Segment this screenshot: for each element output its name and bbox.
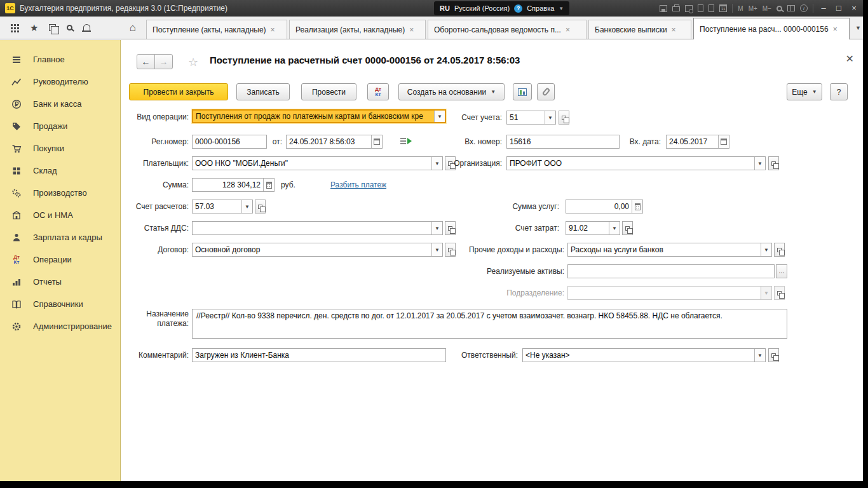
operation-type-combobox[interactable]: Поступления от продаж по платежным карта… <box>192 109 446 123</box>
close-tab-icon[interactable]: × <box>566 25 570 34</box>
settlement-account-combobox[interactable]: 57.03 ▼ <box>192 200 253 214</box>
help-label[interactable]: Справка <box>527 4 554 12</box>
tab-realizaciya-akty[interactable]: Реализация (акты, накладные) × <box>289 20 426 39</box>
sidebar-item-otchety[interactable]: Отчеты <box>0 271 120 293</box>
organization-combobox[interactable]: ПРОФИТ ООО ▼ <box>506 156 766 170</box>
dropdown-button[interactable]: ▼ <box>545 111 555 124</box>
language-name[interactable]: Русский (Россия) <box>454 4 510 12</box>
expense-account-combobox[interactable]: 91.02 ▼ <box>566 221 620 235</box>
show-postings-button[interactable]: ДтКт <box>367 83 389 100</box>
cash-flow-item-combobox[interactable]: ▼ <box>192 221 443 235</box>
sidebar-item-bank-i-kassa[interactable]: Банк и касса <box>0 93 120 115</box>
maximize-button[interactable]: □ <box>834 1 844 16</box>
calendar-button[interactable] <box>718 135 729 148</box>
sidebar-item-pokupki[interactable]: Покупки <box>0 137 120 159</box>
help-circle-icon[interactable]: ? <box>514 4 522 13</box>
open-settlement-account-button[interactable] <box>255 200 266 214</box>
service-amount-input[interactable]: 0,00 <box>566 200 643 214</box>
close-tab-icon[interactable]: × <box>409 25 414 34</box>
info-icon[interactable]: i <box>800 4 808 12</box>
comment-input[interactable]: Загружен из Клиент-Банка <box>192 348 446 362</box>
search-icon[interactable] <box>67 25 72 30</box>
close-tab-icon[interactable]: × <box>271 25 275 34</box>
sidebar-item-zarplata-i-kadry[interactable]: Зарплата и кадры <box>0 226 120 248</box>
language-code[interactable]: RU <box>440 4 450 12</box>
tab-osv[interactable]: Оборотно-сальдовая ведомость п... × <box>428 20 587 39</box>
memory-m-button[interactable]: M <box>738 5 743 12</box>
sidebar-item-operacii[interactable]: ДтКт Операции <box>0 248 120 271</box>
main-menu-icon[interactable] <box>10 24 19 32</box>
dropdown-button[interactable]: ▼ <box>761 243 771 256</box>
calculator-button[interactable] <box>632 200 642 213</box>
split-payment-link[interactable]: Разбить платеж <box>330 178 386 192</box>
post-and-close-button[interactable]: Провести и закрыть <box>129 83 228 100</box>
attachments-button[interactable] <box>537 83 555 100</box>
print-preview-icon[interactable] <box>685 5 693 12</box>
zoom-icon[interactable] <box>776 6 782 11</box>
tab-postuplenie-na-schet-active[interactable]: Поступление на расч... 0000-000156 × <box>693 18 850 39</box>
incoming-date-input[interactable]: 24.05.2017 <box>666 135 729 149</box>
dropdown-button[interactable]: ▼ <box>241 200 252 213</box>
open-expense-account-button[interactable] <box>622 221 633 235</box>
tab-postuplenie-akty[interactable]: Поступление (акты, накладные) × <box>146 20 287 39</box>
sidebar-item-glavnoe[interactable]: Главное <box>0 48 120 71</box>
related-documents-button[interactable] <box>513 83 532 100</box>
open-organization-button[interactable] <box>768 156 779 170</box>
sidebar-item-administrirovanie[interactable]: Администрирование <box>0 315 120 337</box>
panels-icon[interactable] <box>787 5 795 11</box>
help-button[interactable]: ? <box>830 83 848 100</box>
import-doc-icon[interactable] <box>709 4 714 12</box>
account-combobox[interactable]: 51 ▼ <box>506 111 556 125</box>
tab-list-chevron-icon[interactable]: ▼ <box>855 25 861 31</box>
close-window-button[interactable]: × <box>849 1 859 16</box>
export-doc-icon[interactable] <box>698 4 703 12</box>
dropdown-button[interactable]: ▼ <box>431 222 442 234</box>
date-from-input[interactable]: 24.05.2017 8:56:03 <box>286 135 383 149</box>
favorites-icon[interactable]: ★ <box>30 23 38 32</box>
close-form-icon[interactable]: ✕ <box>846 53 854 65</box>
sidebar-item-os-i-nma[interactable]: ОС и НМА <box>0 204 120 226</box>
sold-assets-input[interactable] <box>567 264 775 278</box>
tab-bankovskie-vypiski[interactable]: Банковские выписки × <box>588 20 691 39</box>
related-documents-icon[interactable] <box>400 138 412 144</box>
responsible-combobox[interactable]: <Не указан> ▼ <box>522 348 766 362</box>
close-tab-icon[interactable]: × <box>833 25 837 34</box>
open-other-income-expense-button[interactable] <box>774 243 785 257</box>
chevron-down-icon[interactable]: ▼ <box>559 6 564 11</box>
open-account-button[interactable] <box>559 111 569 125</box>
memory-mminus-button[interactable]: M− <box>763 5 771 12</box>
dropdown-button[interactable]: ▼ <box>754 157 765 170</box>
sidebar-item-sklad[interactable]: Склад <box>0 159 120 182</box>
home-button[interactable]: ⌂ <box>123 19 142 37</box>
memory-mplus-button[interactable]: M+ <box>749 5 757 12</box>
open-cash-flow-item-button[interactable] <box>445 221 456 235</box>
save-icon[interactable] <box>660 5 667 12</box>
favorite-star-icon[interactable]: ☆ <box>188 55 198 69</box>
forward-button[interactable]: → <box>154 54 173 69</box>
back-button[interactable]: ← <box>137 54 155 69</box>
contract-combobox[interactable]: Основной договор ▼ <box>192 243 443 257</box>
create-based-on-button[interactable]: Создать на основании▼ <box>398 83 505 100</box>
open-responsible-button[interactable] <box>768 348 779 362</box>
amount-input[interactable]: 128 304,12 <box>192 178 275 192</box>
history-icon[interactable] <box>49 24 56 31</box>
payment-purpose-textarea[interactable]: //Реестр// Кол-во 9338 перечисл. ден. ср… <box>192 309 787 339</box>
sidebar-item-proizvodstvo[interactable]: Производство <box>0 182 120 204</box>
reg-number-input[interactable]: 0000-000156 <box>192 135 267 149</box>
dropdown-button[interactable]: ▼ <box>609 222 620 234</box>
dropdown-button[interactable]: ▼ <box>754 349 765 362</box>
sidebar-item-rukovoditelyu[interactable]: Руководителю <box>0 71 120 93</box>
sold-assets-select-button[interactable]: ... <box>776 264 787 278</box>
calculator-button[interactable] <box>263 179 274 191</box>
minimize-button[interactable]: – <box>818 1 829 16</box>
more-button[interactable]: Еще▼ <box>787 83 822 100</box>
other-income-expense-combobox[interactable]: Расходы на услуги банков ▼ <box>567 243 772 257</box>
write-button[interactable]: Записать <box>236 83 290 100</box>
close-tab-icon[interactable]: × <box>672 25 676 34</box>
sidebar-item-prodazhi[interactable]: Продажи <box>0 115 120 137</box>
post-button[interactable]: Провести <box>301 83 356 100</box>
payer-combobox[interactable]: ООО НКО "МОБИ.Деньги" ▼ <box>192 156 443 170</box>
sidebar-item-spravochniki[interactable]: Справочники <box>0 293 120 315</box>
calendar-button[interactable] <box>371 135 382 148</box>
print-icon[interactable] <box>672 6 680 11</box>
